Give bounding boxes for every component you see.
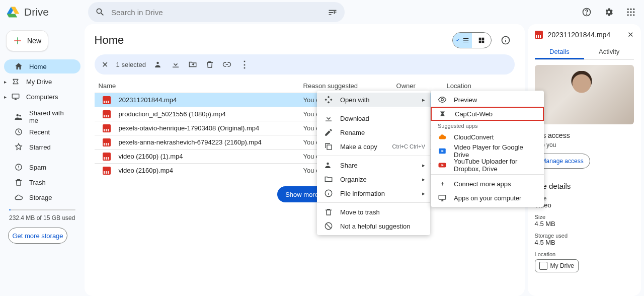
star-icon (14, 142, 23, 152)
chevron-right-icon: ▸ (422, 176, 425, 183)
svg-rect-18 (478, 41, 481, 43)
ctx-make-copy[interactable]: Make a copyCtrl+C Ctrl+V (317, 139, 430, 154)
nav-recent[interactable]: Recent (4, 125, 80, 139)
pencil-icon (324, 128, 333, 137)
drive-folder-icon (539, 262, 547, 270)
chevron-right-icon[interactable]: ▸ (4, 79, 7, 85)
location-label: Location (535, 251, 634, 257)
ctx-file-info[interactable]: File information▸ (317, 186, 430, 200)
openwith-preview[interactable]: Preview (431, 93, 544, 107)
settings-icon[interactable] (600, 3, 618, 21)
search-input[interactable] (111, 8, 321, 17)
file-name: video (2160p).mp4 (119, 167, 173, 174)
folder-icon (324, 175, 333, 184)
selection-count: 1 selected (116, 61, 146, 68)
location-chip[interactable]: My Drive (535, 259, 579, 272)
ctx-open-with[interactable]: Open with▸ (317, 93, 430, 107)
svg-rect-19 (481, 41, 484, 43)
tab-activity[interactable]: Activity (584, 44, 634, 59)
drive-logo[interactable]: Drive (6, 5, 84, 19)
svg-point-6 (630, 11, 631, 13)
ctx-organize[interactable]: Organize▸ (317, 172, 430, 186)
col-name[interactable]: Name (95, 82, 303, 90)
list-view-button[interactable] (453, 33, 472, 48)
info-icon (324, 189, 333, 198)
home-icon (14, 62, 23, 71)
video-file-icon (103, 153, 111, 161)
nav-home[interactable]: Home (4, 59, 80, 73)
file-name: production_id_5021556 (1080p).mp4 (119, 110, 226, 118)
new-button[interactable]: New (6, 30, 48, 51)
page-title: Home (95, 34, 124, 47)
svg-point-10 (633, 14, 634, 16)
svg-point-13 (19, 115, 21, 117)
nav-storage[interactable]: Storage (4, 190, 80, 204)
cloud-icon (14, 193, 23, 202)
video-file-icon (103, 124, 111, 132)
drive-logo-icon (6, 5, 20, 19)
suggested-apps-label: Suggested apps (431, 121, 544, 130)
grid-view-button[interactable] (472, 33, 491, 48)
nav-spam[interactable]: Spam (4, 160, 80, 174)
share-user-icon[interactable] (154, 60, 163, 69)
svg-point-3 (630, 9, 631, 10)
col-location: Location (447, 82, 515, 90)
video-player-icon (438, 146, 447, 156)
tab-details[interactable]: Details (535, 44, 585, 59)
openwith-youtube-uploader[interactable]: YouTube Uploader for Dropbox, Drive (431, 158, 544, 172)
ctx-download[interactable]: Download (317, 111, 430, 125)
video-thumbnail[interactable] (535, 65, 634, 124)
svg-point-12 (17, 114, 19, 117)
close-details-icon[interactable]: ✕ (627, 30, 634, 39)
list-icon (462, 37, 469, 44)
storage-bar (9, 209, 75, 210)
openwith-cloudconvert[interactable]: CloudConvert (431, 130, 544, 144)
search-bar[interactable] (88, 2, 345, 22)
col-reason: Reason suggested (303, 82, 396, 90)
details-panel: 202311201844.mp4 ✕ Details Activity has … (528, 24, 641, 296)
ctx-move-trash[interactable]: Move to trash (317, 205, 430, 219)
info-icon[interactable] (497, 31, 515, 49)
openwith-capcut[interactable]: CapCut-Web (431, 107, 544, 121)
clear-selection-icon[interactable]: ✕ (102, 60, 108, 69)
chevron-right-icon: ▸ (422, 97, 425, 103)
nav-trash[interactable]: Trash (4, 175, 80, 189)
svg-rect-17 (481, 38, 484, 40)
openwith-connect-more[interactable]: ＋Connect more apps (431, 177, 544, 191)
details-tabs: Details Activity (535, 44, 634, 60)
video-file-icon (103, 110, 111, 118)
nav-computers[interactable]: ▸Computers (4, 90, 80, 104)
more-actions-icon[interactable]: ⋮ (239, 60, 249, 69)
ctx-rename[interactable]: Rename (317, 125, 430, 139)
help-icon[interactable] (578, 3, 596, 21)
nav-my-drive[interactable]: ▸My Drive (4, 75, 80, 89)
delete-icon[interactable] (205, 60, 214, 69)
search-options-icon[interactable] (328, 7, 338, 17)
computer-icon (438, 193, 447, 202)
ctx-not-helpful[interactable]: Not a helpful suggestion (317, 219, 430, 233)
apps-grid-icon[interactable] (622, 3, 640, 21)
computer-icon (11, 92, 20, 101)
open-with-submenu: Preview CapCut-Web Suggested apps CloudC… (431, 91, 544, 207)
nav-starred[interactable]: Starred (4, 140, 80, 154)
storage-used-label: Storage used (535, 233, 634, 239)
copy-icon (324, 142, 333, 151)
chevron-right-icon: ▸ (422, 162, 425, 169)
size-label: Size (535, 214, 634, 220)
get-storage-button[interactable]: Get more storage (8, 228, 67, 244)
storage-used-value: 4.5 MB (535, 239, 634, 246)
home-header: Home (95, 30, 515, 50)
details-filename: 202311201844.mp4 (548, 31, 622, 39)
openwith-apps-computer[interactable]: Apps on your computer (431, 191, 544, 205)
trash-icon (14, 178, 23, 187)
download-icon[interactable] (171, 60, 180, 69)
openwith-video-player[interactable]: Video Player for Google Drive (431, 144, 544, 158)
nav-shared[interactable]: Shared with me (4, 110, 80, 124)
link-icon[interactable] (222, 60, 231, 69)
storage-usage-text: 232.4 MB of 15 GB used (4, 214, 80, 221)
chevron-right-icon[interactable]: ▸ (4, 94, 7, 100)
ctx-share[interactable]: Share▸ (317, 158, 430, 172)
file-name: pexels-otavio-henrique-17903408 (Origina… (119, 124, 260, 132)
move-to-icon[interactable] (188, 60, 197, 69)
svg-rect-11 (12, 94, 19, 98)
